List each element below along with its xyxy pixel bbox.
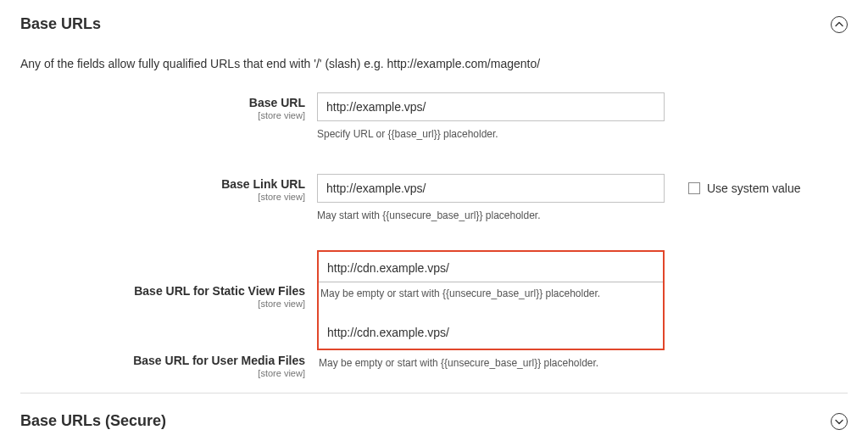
chevron-up-icon (835, 20, 843, 29)
section-title-base-urls: Base URLs (20, 15, 101, 33)
expand-section-button[interactable] (831, 413, 848, 430)
label-base-link-url: Base Link URL (20, 177, 305, 192)
scope-label: [store view] (20, 299, 305, 309)
cdn-highlight-box: May be empty or start with {{unsecure_ba… (317, 250, 665, 350)
section-description: Any of the fields allow fully qualified … (20, 57, 848, 70)
user-media-files-hint: May be empty or start with {{unsecure_ba… (319, 357, 666, 369)
use-system-value-checkbox[interactable] (688, 182, 700, 194)
label-base-url: Base URL (20, 96, 305, 110)
use-system-value-label: Use system value (707, 181, 800, 195)
base-url-hint: Specify URL or {{base_url}} placeholder. (317, 128, 665, 140)
scope-label: [store view] (20, 110, 305, 120)
static-view-files-input[interactable] (319, 254, 663, 282)
label-static-view-files: Base URL for Static View Files (20, 284, 305, 299)
section-title-base-urls-secure: Base URLs (Secure) (20, 412, 166, 430)
base-link-url-hint: May start with {{unsecure_base_url}} pla… (317, 209, 665, 221)
label-user-media-files: Base URL for User Media Files (20, 354, 305, 368)
chevron-down-icon (835, 417, 843, 426)
collapse-section-button[interactable] (831, 16, 848, 33)
scope-label: [store view] (20, 368, 305, 378)
base-url-input[interactable] (317, 92, 665, 121)
base-link-url-input[interactable] (317, 174, 665, 203)
scope-label: [store view] (20, 192, 305, 202)
user-media-files-input[interactable] (319, 318, 663, 347)
static-view-files-hint: May be empty or start with {{unsecure_ba… (319, 282, 663, 304)
